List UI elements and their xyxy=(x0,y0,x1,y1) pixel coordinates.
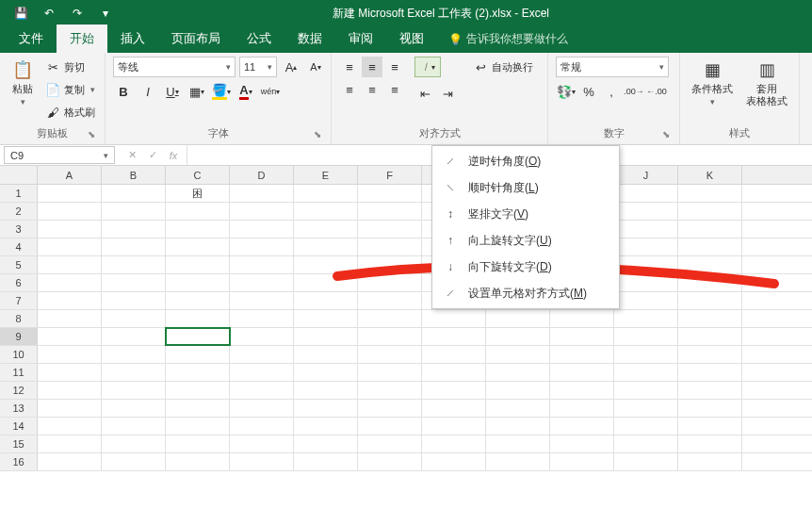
cell[interactable] xyxy=(294,292,358,309)
cell[interactable] xyxy=(678,346,742,363)
tab-home[interactable]: 开始 xyxy=(57,25,107,53)
cell[interactable] xyxy=(102,203,166,220)
name-box[interactable]: C9▾ xyxy=(4,146,115,164)
row-header[interactable]: 12 xyxy=(0,382,38,399)
redo-button[interactable]: ↷ xyxy=(66,3,89,24)
align-left-button[interactable]: ≡ xyxy=(339,79,360,100)
font-launcher-icon[interactable]: ⬊ xyxy=(312,129,323,140)
cell[interactable] xyxy=(614,400,678,417)
column-header[interactable]: J xyxy=(614,166,678,184)
column-header[interactable]: A xyxy=(38,166,102,184)
cell[interactable] xyxy=(486,382,550,399)
cell[interactable] xyxy=(550,453,614,470)
cell[interactable] xyxy=(102,382,166,399)
tab-view[interactable]: 视图 xyxy=(386,25,437,53)
cell[interactable] xyxy=(166,238,230,255)
fill-color-button[interactable]: 🪣▾ xyxy=(211,81,232,102)
cell[interactable] xyxy=(38,292,102,309)
column-header[interactable]: B xyxy=(102,166,166,184)
row-header[interactable]: 9 xyxy=(0,328,38,345)
cell[interactable] xyxy=(102,435,166,452)
cell[interactable] xyxy=(678,221,742,238)
cell[interactable]: 困 xyxy=(166,185,230,202)
cell[interactable] xyxy=(422,346,486,363)
row-header[interactable]: 5 xyxy=(0,256,38,273)
menu-angle-ccw[interactable]: ⟋逆时针角度(O) xyxy=(434,148,617,174)
accept-formula-button[interactable]: ✓ xyxy=(143,149,162,161)
tab-page-layout[interactable]: 页面布局 xyxy=(158,25,234,53)
cell[interactable] xyxy=(678,364,742,381)
cell[interactable] xyxy=(358,418,422,435)
cell[interactable] xyxy=(486,328,550,345)
cell[interactable] xyxy=(614,256,678,273)
cell[interactable] xyxy=(294,364,358,381)
cell[interactable] xyxy=(614,203,678,220)
cell[interactable] xyxy=(358,185,422,202)
cell[interactable] xyxy=(550,400,614,417)
menu-vertical-text[interactable]: ↕竖排文字(V) xyxy=(434,201,617,227)
cell[interactable] xyxy=(358,256,422,273)
cell[interactable] xyxy=(230,310,294,327)
cell[interactable] xyxy=(422,400,486,417)
cell[interactable] xyxy=(358,310,422,327)
qat-customize-button[interactable]: ▾ xyxy=(94,3,117,24)
cell[interactable] xyxy=(294,203,358,220)
align-right-button[interactable]: ≡ xyxy=(384,79,405,100)
table-format-button[interactable]: ▥ 套用 表格格式 xyxy=(742,57,791,109)
cell[interactable] xyxy=(294,453,358,470)
format-painter-button[interactable]: 🖌格式刷 xyxy=(43,102,97,123)
cell[interactable] xyxy=(38,418,102,435)
font-name-combo[interactable]: 等线▾ xyxy=(113,57,235,77)
cell[interactable] xyxy=(678,382,742,399)
cell[interactable] xyxy=(614,382,678,399)
cell[interactable] xyxy=(358,382,422,399)
cut-button[interactable]: ✂剪切 xyxy=(43,57,97,77)
font-size-combo[interactable]: 11▾ xyxy=(239,57,277,77)
cell[interactable] xyxy=(422,310,486,327)
cell[interactable] xyxy=(294,185,358,202)
row-header[interactable]: 4 xyxy=(0,238,38,255)
cell[interactable] xyxy=(358,346,422,363)
cell[interactable] xyxy=(38,221,102,238)
cell[interactable] xyxy=(166,346,230,363)
tab-review[interactable]: 审阅 xyxy=(335,25,386,53)
decrease-font-button[interactable]: A▾ xyxy=(305,57,326,77)
cell[interactable] xyxy=(166,435,230,452)
cell[interactable] xyxy=(230,418,294,435)
cell[interactable] xyxy=(358,364,422,381)
row-header[interactable]: 8 xyxy=(0,310,38,327)
cell[interactable] xyxy=(678,418,742,435)
cell[interactable] xyxy=(230,453,294,470)
cell[interactable] xyxy=(486,435,550,452)
row-header[interactable]: 7 xyxy=(0,292,38,309)
underline-button[interactable]: U▾ xyxy=(162,81,183,102)
orientation-button[interactable]: ⟋▾ xyxy=(414,57,441,77)
cell[interactable] xyxy=(358,203,422,220)
conditional-format-button[interactable]: ▦ 条件格式 ▾ xyxy=(688,57,737,108)
number-launcher-icon[interactable]: ⬊ xyxy=(660,129,672,140)
cell[interactable] xyxy=(38,400,102,417)
cell[interactable] xyxy=(166,203,230,220)
cell[interactable] xyxy=(230,292,294,309)
clipboard-launcher-icon[interactable]: ⬊ xyxy=(86,129,97,140)
cell[interactable] xyxy=(358,328,422,345)
cell[interactable] xyxy=(614,435,678,452)
cell[interactable] xyxy=(678,274,742,291)
cell[interactable] xyxy=(678,238,742,255)
cell[interactable] xyxy=(294,418,358,435)
menu-alignment-settings[interactable]: ⟋设置单元格对齐方式(M) xyxy=(434,280,617,306)
cell[interactable] xyxy=(230,328,294,345)
cell[interactable] xyxy=(486,400,550,417)
menu-angle-cw[interactable]: ⟍顺时针角度(L) xyxy=(434,174,617,201)
cell[interactable] xyxy=(678,292,742,309)
cell[interactable] xyxy=(358,435,422,452)
cell[interactable] xyxy=(614,292,678,309)
cell[interactable] xyxy=(550,435,614,452)
cell[interactable] xyxy=(38,238,102,255)
cell[interactable] xyxy=(678,453,742,470)
cell[interactable] xyxy=(358,274,422,291)
cell[interactable] xyxy=(614,310,678,327)
cell[interactable] xyxy=(294,238,358,255)
cell[interactable] xyxy=(550,382,614,399)
cancel-formula-button[interactable]: ✕ xyxy=(122,149,141,161)
